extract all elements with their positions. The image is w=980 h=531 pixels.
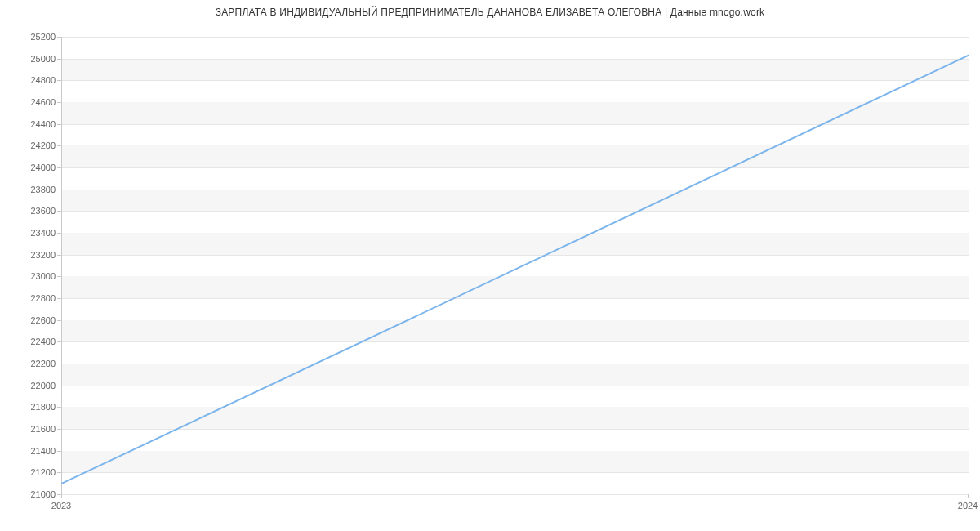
y-tick-label: 22600: [30, 315, 56, 325]
y-tick: [57, 472, 61, 473]
plot-area: [61, 37, 969, 495]
y-tick-label: 21800: [30, 402, 56, 412]
y-tick-label: 23200: [30, 250, 56, 260]
y-tick-label: 23000: [30, 271, 56, 281]
y-gridline: [62, 494, 969, 495]
y-tick: [57, 211, 61, 212]
y-tick: [57, 364, 61, 364]
y-tick-label: 21400: [30, 446, 56, 456]
y-tick: [57, 59, 61, 60]
y-tick: [57, 124, 61, 125]
y-tick: [57, 255, 61, 256]
y-tick-label: 24400: [30, 119, 56, 129]
y-tick: [57, 320, 61, 321]
chart-title: ЗАРПЛАТА В ИНДИВИДУАЛЬНЫЙ ПРЕДПРИНИМАТЕЛ…: [0, 7, 980, 18]
y-tick-label: 25000: [30, 54, 56, 64]
y-tick: [57, 80, 61, 81]
y-tick: [57, 298, 61, 299]
y-tick-label: 24800: [30, 75, 56, 85]
y-tick-label: 23800: [30, 185, 56, 194]
y-tick-label: 24000: [30, 163, 56, 172]
y-tick: [57, 190, 61, 190]
y-tick: [57, 102, 61, 103]
y-tick-label: 22200: [30, 359, 56, 368]
chart-container: ЗАРПЛАТА В ИНДИВИДУАЛЬНЫЙ ПРЕДПРИНИМАТЕЛ…: [0, 0, 980, 531]
y-tick: [57, 276, 61, 277]
y-tick-label: 23600: [30, 206, 56, 216]
y-tick: [57, 341, 61, 342]
y-tick-label: 22000: [30, 381, 56, 390]
y-tick-label: 24600: [30, 97, 56, 107]
y-tick: [57, 167, 61, 168]
x-tick: [61, 494, 62, 498]
y-tick-label: 22400: [30, 337, 56, 346]
y-tick: [57, 451, 61, 452]
y-tick: [57, 386, 61, 386]
y-tick-label: 21000: [30, 489, 56, 499]
y-tick: [57, 233, 61, 234]
y-tick-label: 23400: [30, 228, 56, 238]
y-tick-label: 22800: [30, 293, 56, 303]
x-tick-label: 2023: [51, 501, 71, 511]
x-tick-label: 2024: [958, 501, 978, 511]
y-tick-label: 21200: [30, 467, 56, 477]
y-tick-label: 21600: [30, 424, 56, 434]
y-tick: [57, 37, 61, 38]
y-tick: [57, 407, 61, 408]
line-series: [62, 37, 969, 494]
y-tick: [57, 145, 61, 146]
y-tick-label: 25200: [30, 32, 56, 42]
x-tick: [968, 494, 969, 498]
y-tick: [57, 429, 61, 430]
y-tick-label: 24200: [30, 141, 56, 150]
